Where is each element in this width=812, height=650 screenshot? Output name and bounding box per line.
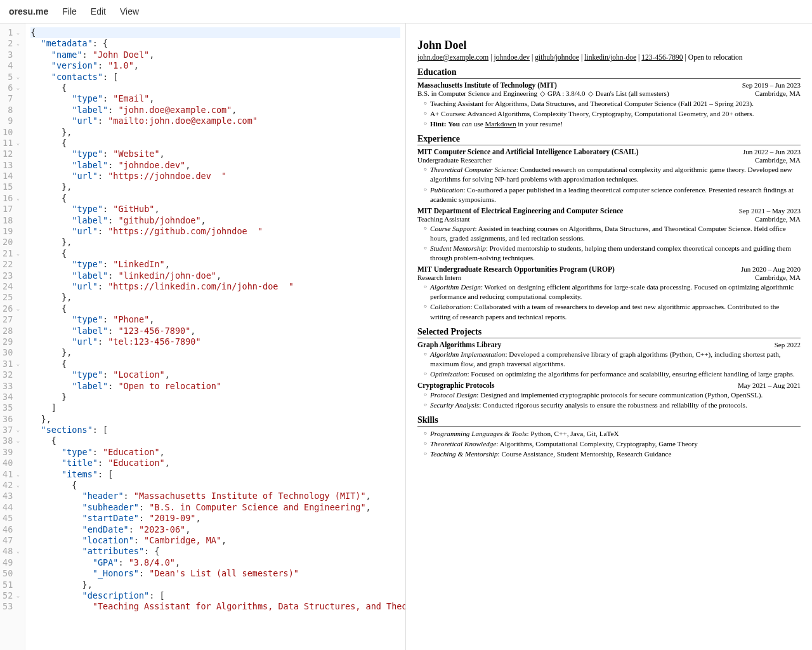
line-number: 10⌄ [3,127,21,138]
code-line[interactable]: "endDate": "2023-06", [30,524,400,535]
code-line[interactable]: "type": "Location", [30,369,400,380]
line-number: 39⌄ [3,447,21,458]
entry-subheader: Research Intern [417,274,461,281]
code-line[interactable]: "url": "https://johndoe.dev " [30,171,400,182]
code-line[interactable]: "type": "Email", [30,93,400,104]
code-line[interactable]: "url": "mailto:john.doe@example.com" [30,116,400,126]
code-line[interactable]: "subheader": "B.S. in Computer Science a… [30,502,400,513]
code-line[interactable]: "attributes": { [30,546,400,557]
code-line[interactable]: "name": "John Doel", [30,50,400,60]
editor-code[interactable]: { "metadata": { "name": "John Doel", "ve… [25,23,405,650]
code-line[interactable]: "title": "Education", [30,458,400,468]
entry-bullets: Algorithm Design: Worked on designing ef… [417,282,801,321]
code-line[interactable]: { [30,248,400,259]
code-line[interactable]: "url": "https://github.com/johndoe " [30,226,400,237]
contact-link[interactable]: github/johndoe [535,53,579,61]
line-number: 19⌄ [3,226,21,237]
code-line[interactable]: "location": "Cambridge, MA", [30,535,400,546]
line-number: 34⌄ [3,392,21,402]
entry-location: Cambridge, MA [755,274,801,281]
contacts: john.doe@example.com|johndoe.dev|github/… [417,53,801,61]
code-line[interactable]: "url": "tel:123-456-7890" [30,336,400,347]
fold-icon[interactable]: ⌄ [15,303,20,314]
menu-edit[interactable]: Edit [91,6,106,17]
code-line[interactable]: "label": "johndoe.dev", [30,160,400,171]
fold-icon[interactable]: ⌄ [15,546,20,557]
code-line[interactable]: "_Honors": "Dean's List (all semesters)" [30,568,400,579]
fold-icon[interactable]: ⌄ [15,359,20,369]
menu-file[interactable]: File [62,6,77,17]
contact-link[interactable]: john.doe@example.com [417,53,488,61]
line-number: 32⌄ [3,369,21,380]
contact-link[interactable]: linkedin/john-doe [584,53,636,61]
code-line[interactable]: ] [30,402,400,413]
code-line[interactable]: "sections": [ [30,425,400,435]
section-title: Education [417,67,801,79]
code-line[interactable]: { [30,27,400,38]
menu-view[interactable]: View [120,6,139,17]
brand[interactable]: oresu.me [9,6,48,17]
code-line[interactable]: "GPA": "3.8/4.0", [30,557,400,568]
code-line[interactable]: "url": "https://linkedin.com/in/john-doe… [30,281,400,292]
code-line[interactable]: { [30,359,400,369]
contact-link[interactable]: 123-456-7890 [641,53,683,61]
code-line[interactable]: { [30,138,400,149]
code-line[interactable]: }, [30,127,400,138]
fold-icon[interactable]: ⌄ [15,248,20,259]
fold-icon[interactable]: ⌄ [15,469,20,480]
code-line[interactable]: }, [30,347,400,358]
bullet-item: Teaching Assistant for Algorithms, Data … [424,99,801,109]
fold-icon[interactable]: ⌄ [15,480,20,491]
line-number: 20⌄ [3,237,21,248]
code-line[interactable]: "type": "Education", [30,447,400,458]
line-number: 9⌄ [3,116,21,126]
code-line[interactable]: "metadata": { [30,38,400,49]
fold-icon[interactable]: ⌄ [15,425,20,435]
code-line[interactable]: { [30,435,400,446]
code-line[interactable]: } [30,392,400,402]
fold-icon[interactable]: ⌄ [15,72,20,83]
code-line[interactable]: "startDate": "2019-09", [30,513,400,524]
editor-pane[interactable]: 1⌄2⌄3⌄4⌄5⌄6⌄7⌄8⌄9⌄10⌄11⌄12⌄13⌄14⌄15⌄16⌄1… [0,23,406,650]
line-number: 29⌄ [3,336,21,347]
fold-icon[interactable]: ⌄ [15,38,20,49]
code-line[interactable]: "type": "LinkedIn", [30,259,400,270]
fold-icon[interactable]: ⌄ [15,193,20,204]
fold-icon[interactable]: ⌄ [15,83,20,93]
code-line[interactable]: { [30,83,400,93]
code-line[interactable]: "description": [ [30,590,400,601]
code-line[interactable]: "type": "GitHub", [30,204,400,215]
entry-location: Cambridge, MA [755,90,801,98]
fold-icon[interactable]: ⌄ [15,590,20,601]
code-line[interactable]: "label": "123-456-7890", [30,326,400,336]
resume-entry: MIT Undergraduate Research Opportunities… [417,265,801,321]
code-line[interactable]: "label": "john.doe@example.com", [30,105,400,116]
code-line[interactable]: }, [30,414,400,425]
code-line[interactable]: "version": "1.0", [30,60,400,71]
contact-link[interactable]: johndoe.dev [494,53,530,61]
line-number: 1⌄ [3,27,21,38]
fold-icon[interactable]: ⌄ [15,435,20,446]
code-line[interactable]: "type": "Website", [30,149,400,159]
code-line[interactable]: "label": "github/johndoe", [30,215,400,226]
code-line[interactable]: }, [30,182,400,192]
code-line[interactable]: "items": [ [30,469,400,480]
code-line[interactable]: }, [30,580,400,590]
fold-icon[interactable]: ⌄ [15,138,20,149]
code-line[interactable]: }, [30,237,400,248]
markdown-link[interactable]: Markdown [485,120,516,128]
code-line[interactable]: "contacts": [ [30,72,400,83]
line-number: 6⌄ [3,83,21,93]
code-line[interactable]: "label": "Open to relocation" [30,381,400,392]
code-line[interactable]: "header": "Massachusetts Institute of Te… [30,491,400,501]
code-line[interactable]: { [30,193,400,204]
entry-date: Sep 2021 – May 2023 [739,207,801,215]
fold-icon[interactable]: ⌄ [15,27,20,38]
code-line[interactable]: "label": "linkedin/john-doe", [30,270,400,281]
code-line[interactable]: "type": "Phone", [30,314,400,325]
code-line[interactable]: { [30,480,400,491]
code-line[interactable]: { [30,303,400,314]
code-line[interactable]: "Teaching Assistant for Algorithms, Data… [30,601,400,612]
entry-date: Sep 2019 – Jun 2023 [742,81,801,89]
code-line[interactable]: }, [30,292,400,303]
